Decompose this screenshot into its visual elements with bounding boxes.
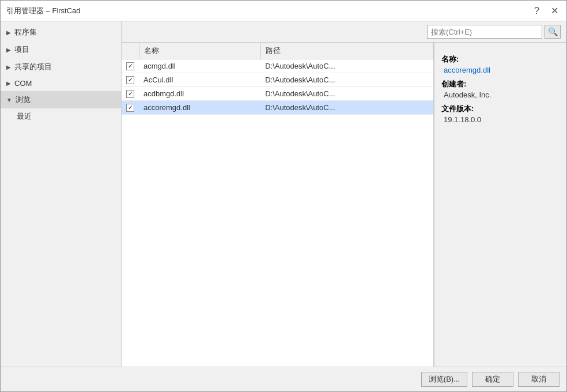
title-bar: 引用管理器 – FirstCad ? ✕ bbox=[1, 1, 566, 21]
checkbox-icon[interactable] bbox=[126, 104, 134, 112]
window-title: 引用管理器 – FirstCad bbox=[6, 6, 81, 16]
confirm-button[interactable]: 确定 bbox=[472, 372, 513, 387]
sidebar-item-assemblies[interactable]: ▶ 程序集 bbox=[1, 24, 121, 41]
help-button[interactable]: ? bbox=[532, 6, 542, 16]
search-input[interactable] bbox=[427, 25, 542, 39]
row-checkbox-cell[interactable] bbox=[122, 73, 139, 87]
col-name: 名称 bbox=[139, 43, 260, 59]
row-checkbox-cell[interactable] bbox=[122, 87, 139, 101]
right-area: 🔍 名称 路径 a bbox=[122, 21, 566, 367]
arrow-icon-assemblies: ▶ bbox=[6, 29, 11, 36]
row-path: D:\Autodesk\AutoC... bbox=[260, 73, 433, 87]
search-button[interactable]: 🔍 bbox=[545, 25, 561, 39]
detail-version-label: 文件版本: bbox=[441, 104, 560, 114]
arrow-icon-projects: ▶ bbox=[6, 47, 11, 53]
footer: 浏览(B)... 确定 取消 bbox=[1, 367, 566, 391]
table-row[interactable]: acmgd.dllD:\Autodesk\AutoC... bbox=[122, 59, 433, 73]
browse-button[interactable]: 浏览(B)... bbox=[421, 372, 467, 387]
row-name: acmgd.dll bbox=[139, 59, 260, 73]
sidebar-item-label-assemblies: 程序集 bbox=[14, 27, 37, 37]
sidebar: ▶ 程序集 ▶ 项目 ▶ 共享的项目 ▶ COM ▼ 浏览 最近 bbox=[1, 21, 122, 367]
checkbox-icon[interactable] bbox=[126, 90, 134, 98]
row-name: AcCui.dll bbox=[139, 73, 260, 87]
table-row[interactable]: accoremgd.dllD:\Autodesk\AutoC... bbox=[122, 101, 433, 115]
detail-name-label: 名称: bbox=[441, 54, 560, 65]
sidebar-subitem-label-recent: 最近 bbox=[17, 111, 32, 122]
row-path: D:\Autodesk\AutoC... bbox=[260, 101, 433, 115]
row-name: accoremgd.dll bbox=[139, 101, 260, 115]
sidebar-item-shared[interactable]: ▶ 共享的项目 bbox=[1, 58, 121, 76]
search-icon: 🔍 bbox=[548, 27, 558, 36]
row-name: acdbmgd.dll bbox=[139, 87, 260, 101]
reference-table: 名称 路径 acmgd.dllD:\Autodesk\AutoC...AcCui… bbox=[122, 43, 433, 115]
table-row[interactable]: acdbmgd.dllD:\Autodesk\AutoC... bbox=[122, 87, 433, 101]
title-bar-controls: ? ✕ bbox=[532, 6, 561, 16]
row-checkbox-cell[interactable] bbox=[122, 59, 139, 73]
sidebar-item-label-browse: 浏览 bbox=[16, 95, 31, 105]
row-path: D:\Autodesk\AutoC... bbox=[260, 59, 433, 73]
main-window: 引用管理器 – FirstCad ? ✕ ▶ 程序集 ▶ 项目 ▶ 共享的项目 … bbox=[0, 0, 567, 392]
arrow-icon-com: ▶ bbox=[6, 80, 11, 86]
arrow-icon-shared: ▶ bbox=[6, 64, 11, 70]
sidebar-subitem-recent[interactable]: 最近 bbox=[1, 108, 121, 125]
detail-version-value: 19.1.18.0.0 bbox=[444, 115, 560, 124]
detail-creator-label: 创建者: bbox=[441, 79, 560, 89]
close-button[interactable]: ✕ bbox=[549, 6, 561, 16]
search-bar: 🔍 bbox=[122, 21, 566, 43]
detail-name-value: accoremgd.dll bbox=[444, 66, 560, 74]
col-check bbox=[122, 43, 139, 59]
table-area: 名称 路径 acmgd.dllD:\Autodesk\AutoC...AcCui… bbox=[122, 43, 434, 367]
detail-panel: 名称: accoremgd.dll 创建者: Autodesk, Inc. 文件… bbox=[434, 43, 566, 367]
sidebar-item-projects[interactable]: ▶ 项目 bbox=[1, 41, 121, 58]
checkbox-icon[interactable] bbox=[126, 62, 134, 70]
detail-creator-value: Autodesk, Inc. bbox=[444, 91, 560, 99]
row-path: D:\Autodesk\AutoC... bbox=[260, 87, 433, 101]
content-area: 名称 路径 acmgd.dllD:\Autodesk\AutoC...AcCui… bbox=[122, 43, 566, 367]
sidebar-item-com[interactable]: ▶ COM bbox=[1, 76, 121, 91]
col-path: 路径 bbox=[260, 43, 433, 59]
arrow-icon-browse: ▼ bbox=[6, 97, 12, 103]
cancel-button[interactable]: 取消 bbox=[518, 372, 560, 387]
checkbox-icon[interactable] bbox=[126, 76, 134, 84]
table-row[interactable]: AcCui.dllD:\Autodesk\AutoC... bbox=[122, 73, 433, 87]
sidebar-item-label-shared: 共享的项目 bbox=[14, 62, 52, 72]
sidebar-item-label-projects: 项目 bbox=[14, 44, 29, 55]
row-checkbox-cell[interactable] bbox=[122, 101, 139, 115]
sidebar-item-label-com: COM bbox=[14, 79, 32, 88]
main-content: ▶ 程序集 ▶ 项目 ▶ 共享的项目 ▶ COM ▼ 浏览 最近 bbox=[1, 21, 566, 367]
table-header-row: 名称 路径 bbox=[122, 43, 433, 59]
sidebar-item-browse[interactable]: ▼ 浏览 bbox=[1, 91, 121, 108]
